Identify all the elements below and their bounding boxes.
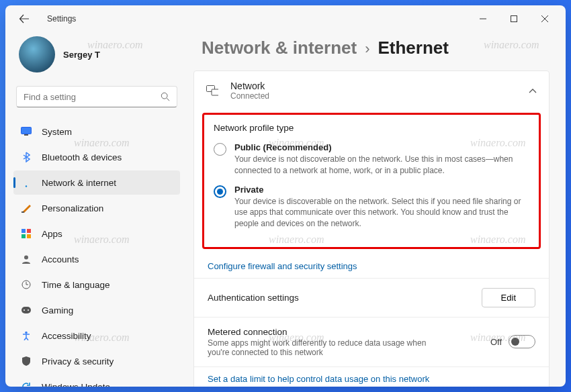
nav-item-system[interactable]: System — [13, 119, 180, 144]
svg-rect-8 — [21, 229, 26, 233]
edit-button[interactable]: Edit — [482, 288, 535, 307]
shield-icon — [20, 355, 32, 367]
svg-rect-5 — [24, 134, 28, 136]
svg-point-15 — [24, 309, 25, 311]
svg-rect-19 — [212, 89, 218, 95]
metered-row: Metered connection Some apps might work … — [194, 317, 549, 366]
svg-point-12 — [24, 256, 28, 260]
nav-item-time[interactable]: Time & language — [13, 273, 180, 297]
bluetooth-icon — [20, 151, 32, 163]
metered-desc: Some apps might work differently to redu… — [208, 338, 449, 357]
nav-item-network[interactable]: Network & internet — [13, 170, 180, 195]
apps-icon — [20, 228, 32, 240]
avatar — [19, 36, 55, 72]
nav-item-accessibility[interactable]: Accessibility — [13, 324, 180, 348]
svg-rect-9 — [27, 229, 31, 233]
network-status: Connected — [230, 91, 269, 101]
radio-private[interactable] — [214, 185, 226, 198]
gaming-icon — [20, 304, 32, 316]
svg-rect-11 — [27, 234, 31, 238]
search-input[interactable] — [24, 92, 161, 102]
radio-private-label: Private — [234, 185, 529, 195]
radio-private-desc: Your device is discoverable on the netwo… — [234, 196, 529, 230]
breadcrumb: Network & internet › Ethernet — [202, 38, 550, 58]
nav-item-privacy[interactable]: Privacy & security — [13, 349, 180, 373]
radio-public-row[interactable]: Public (Recommended) Your device is not … — [214, 142, 529, 177]
svg-rect-4 — [21, 128, 32, 134]
radio-private-row[interactable]: Private Your device is discoverable on t… — [214, 185, 529, 230]
svg-rect-10 — [21, 234, 26, 238]
brush-icon — [20, 202, 32, 214]
svg-rect-1 — [511, 16, 517, 22]
metered-state: Off — [490, 337, 502, 347]
ethernet-icon — [206, 85, 218, 97]
svg-rect-14 — [21, 307, 31, 313]
metered-toggle[interactable] — [509, 335, 535, 348]
chevron-up-icon — [529, 85, 537, 97]
nav-item-accounts[interactable]: Accounts — [13, 247, 180, 271]
nav-item-gaming[interactable]: Gaming — [13, 298, 180, 322]
nav-item-update[interactable]: Windows Update — [13, 375, 180, 387]
settings-window: Settings Sergey T System Bluetooth & dev… — [5, 5, 566, 387]
auth-title: Authentication settings — [208, 293, 299, 303]
content-area[interactable]: Network & internet › Ethernet Network Co… — [188, 32, 566, 387]
search-box[interactable] — [16, 86, 177, 107]
network-card: Network Connected Network profile type P… — [193, 70, 550, 387]
back-arrow-icon — [19, 13, 30, 24]
svg-point-16 — [28, 309, 29, 311]
nav-item-personalization[interactable]: Personalization — [13, 196, 180, 220]
wifi-icon — [20, 177, 32, 189]
nav-list: System Bluetooth & devices Network & int… — [13, 119, 180, 387]
radio-public-label: Public (Recommended) — [234, 142, 529, 152]
svg-rect-7 — [21, 211, 24, 213]
data-limit-link[interactable]: Set a data limit to help control data us… — [194, 366, 549, 387]
search-icon — [161, 92, 170, 101]
username: Sergey T — [63, 50, 100, 60]
metered-title: Metered connection — [208, 327, 449, 337]
sidebar: Sergey T System Bluetooth & devices Netw… — [5, 32, 188, 387]
breadcrumb-current: Ethernet — [378, 38, 448, 58]
profile-type-heading: Network profile type — [214, 123, 529, 133]
system-icon — [20, 126, 32, 138]
auth-row: Authentication settings Edit — [194, 278, 549, 317]
network-title: Network — [230, 81, 269, 91]
svg-point-17 — [25, 332, 28, 334]
titlebar: Settings — [5, 5, 566, 32]
svg-point-2 — [161, 93, 167, 99]
network-profile-section: Network profile type Public (Recommended… — [202, 113, 541, 249]
maximize-button[interactable] — [498, 8, 529, 30]
radio-public[interactable] — [214, 143, 226, 156]
update-icon — [20, 381, 32, 387]
minimize-button[interactable] — [468, 8, 498, 30]
titlebar-label: Settings — [47, 14, 76, 23]
window-body: Sergey T System Bluetooth & devices Netw… — [5, 32, 566, 387]
clock-icon — [20, 279, 32, 291]
chevron-right-icon: › — [365, 40, 369, 58]
close-button[interactable] — [529, 8, 560, 30]
accounts-icon — [20, 253, 32, 265]
nav-item-apps[interactable]: Apps — [13, 222, 180, 246]
accessibility-icon — [20, 330, 32, 342]
back-button[interactable] — [15, 9, 34, 28]
user-profile[interactable]: Sergey T — [13, 32, 180, 81]
radio-public-desc: Your device is not discoverable on the n… — [234, 154, 529, 177]
svg-point-6 — [26, 185, 27, 187]
window-controls — [468, 8, 560, 30]
svg-line-3 — [167, 98, 169, 101]
network-card-header[interactable]: Network Connected — [194, 71, 549, 110]
breadcrumb-parent[interactable]: Network & internet — [202, 38, 357, 58]
nav-item-bluetooth[interactable]: Bluetooth & devices — [13, 145, 180, 169]
firewall-link[interactable]: Configure firewall and security settings — [194, 254, 549, 278]
